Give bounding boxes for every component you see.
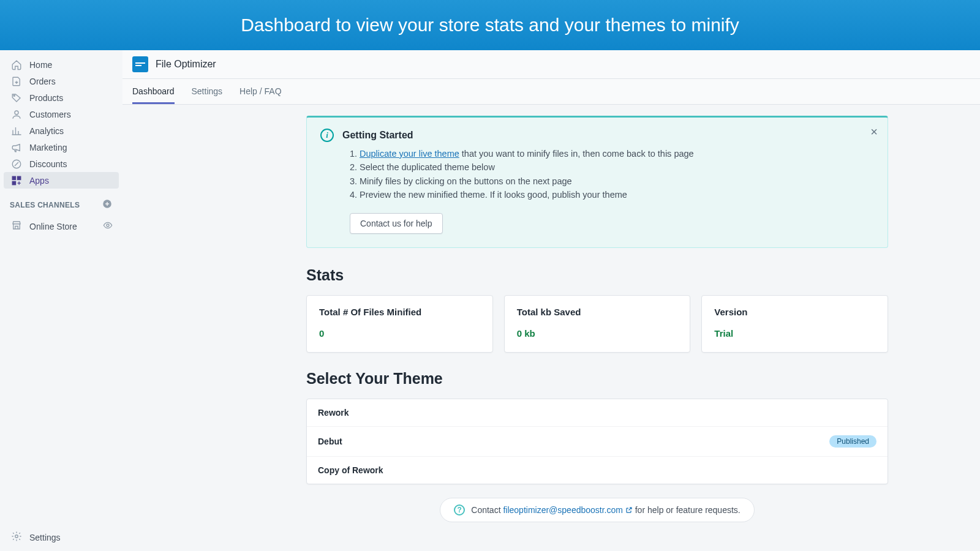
nav-home[interactable]: Home: [0, 56, 123, 73]
nav-orders[interactable]: Orders: [0, 73, 123, 89]
svg-point-0: [13, 95, 15, 96]
stats-row: Total # Of Files Minified 0 Total kb Sav…: [306, 295, 888, 353]
stat-label: Total # Of Files Minified: [319, 307, 480, 317]
close-icon[interactable]: ×: [870, 125, 878, 139]
nav-label: Customers: [29, 110, 71, 119]
getting-started-steps: Duplicate your live theme that you want …: [360, 147, 874, 202]
stat-value: 0 kb: [517, 328, 678, 339]
tab-settings[interactable]: Settings: [192, 86, 223, 104]
theme-row[interactable]: Rework: [307, 399, 888, 427]
tag-icon: [11, 92, 22, 103]
nav-label: Home: [29, 60, 52, 70]
eye-icon[interactable]: [103, 220, 113, 232]
section-title: SALES CHANNELS: [10, 201, 80, 209]
nav-label: Apps: [29, 176, 49, 186]
app-logo-icon: [132, 56, 148, 72]
nav-label: Analytics: [29, 126, 64, 136]
app-title: File Optimizer: [156, 59, 216, 70]
app-header: File Optimizer: [123, 50, 980, 79]
step-1: Duplicate your live theme that you want …: [360, 147, 874, 160]
stat-files-minified: Total # Of Files Minified 0: [306, 295, 493, 353]
add-channel-icon[interactable]: [102, 198, 113, 211]
app-tabs: Dashboard Settings Help / FAQ: [123, 79, 980, 105]
theme-list: Rework Debut Published Copy of Rework: [306, 399, 888, 484]
footer-prefix: Contact: [471, 505, 503, 515]
nav-products[interactable]: Products: [0, 89, 123, 106]
nav-label: Discounts: [29, 159, 67, 169]
sales-channels-header: SALES CHANNELS: [0, 189, 123, 216]
info-icon: i: [320, 129, 334, 142]
theme-row[interactable]: Copy of Rework: [307, 457, 888, 484]
stat-value: 0: [319, 328, 480, 339]
analytics-icon: [11, 126, 22, 137]
svg-rect-4: [18, 176, 21, 179]
stats-heading: Stats: [306, 266, 888, 284]
tab-dashboard[interactable]: Dashboard: [132, 86, 175, 104]
info-heading-text: Getting Started: [342, 130, 413, 141]
store-icon: [11, 220, 22, 233]
stat-version: Version Trial: [701, 295, 888, 353]
stat-kb-saved: Total kb Saved 0 kb: [504, 295, 691, 353]
stat-label: Total kb Saved: [517, 307, 678, 317]
svg-rect-5: [12, 181, 15, 184]
svg-point-7: [107, 224, 109, 227]
select-theme-heading: Select Your Theme: [306, 370, 888, 388]
help-circle-icon: ?: [454, 504, 465, 515]
main-content: File Optimizer Dashboard Settings Help /…: [123, 50, 980, 551]
step-3: Minify files by clicking on the buttons …: [360, 174, 874, 188]
svg-rect-3: [12, 176, 15, 179]
discount-icon: [11, 159, 22, 170]
svg-rect-10: [135, 65, 141, 66]
theme-name: Rework: [318, 408, 349, 418]
promo-banner: Dashboard to view your store stats and y…: [0, 0, 980, 50]
nav-label: Marketing: [29, 143, 67, 152]
nav-discounts[interactable]: Discounts: [0, 156, 123, 172]
getting-started-card: × i Getting Started Duplicate your live …: [306, 116, 888, 248]
gear-icon: [11, 531, 22, 544]
step-4: Preview the new minified theme. If it lo…: [360, 188, 874, 201]
channel-online-store[interactable]: Online Store: [0, 216, 123, 236]
theme-row[interactable]: Debut Published: [307, 427, 888, 457]
footer-suffix: for help or feature requests.: [633, 505, 741, 515]
user-icon: [11, 109, 22, 120]
svg-point-1: [15, 111, 18, 114]
apps-icon: [11, 175, 22, 186]
settings-label: Settings: [29, 533, 61, 542]
home-icon: [11, 59, 22, 70]
nav-customers[interactable]: Customers: [0, 106, 123, 122]
contact-help-button[interactable]: Contact us for help: [350, 213, 443, 234]
promo-banner-text: Dashboard to view your store stats and y…: [241, 15, 739, 36]
theme-name: Debut: [318, 437, 342, 446]
stat-label: Version: [714, 307, 875, 317]
orders-icon: [11, 76, 22, 87]
nav-apps[interactable]: Apps: [4, 172, 119, 189]
theme-name: Copy of Rework: [318, 465, 383, 475]
tab-help[interactable]: Help / FAQ: [239, 86, 281, 104]
sidebar: Home Orders Products Customers Analytics…: [0, 50, 123, 551]
megaphone-icon: [11, 142, 22, 153]
footer-email-link[interactable]: fileoptimizer@speedboostr.com: [503, 505, 632, 515]
stat-value: Trial: [714, 328, 875, 339]
nav-analytics[interactable]: Analytics: [0, 122, 123, 139]
duplicate-theme-link[interactable]: Duplicate your live theme: [360, 149, 459, 159]
external-link-icon: [625, 506, 633, 514]
nav-marketing[interactable]: Marketing: [0, 139, 123, 156]
nav-label: Products: [29, 93, 63, 103]
footer-contact: ? Contact fileoptimizer@speedboostr.com …: [440, 498, 754, 522]
step-2: Select the duplicated theme below: [360, 160, 874, 174]
svg-point-8: [15, 535, 18, 538]
channel-label: Online Store: [29, 222, 77, 231]
nav-label: Orders: [29, 77, 56, 86]
published-badge: Published: [829, 435, 876, 448]
nav-settings[interactable]: Settings: [0, 523, 123, 551]
svg-rect-9: [135, 62, 145, 64]
